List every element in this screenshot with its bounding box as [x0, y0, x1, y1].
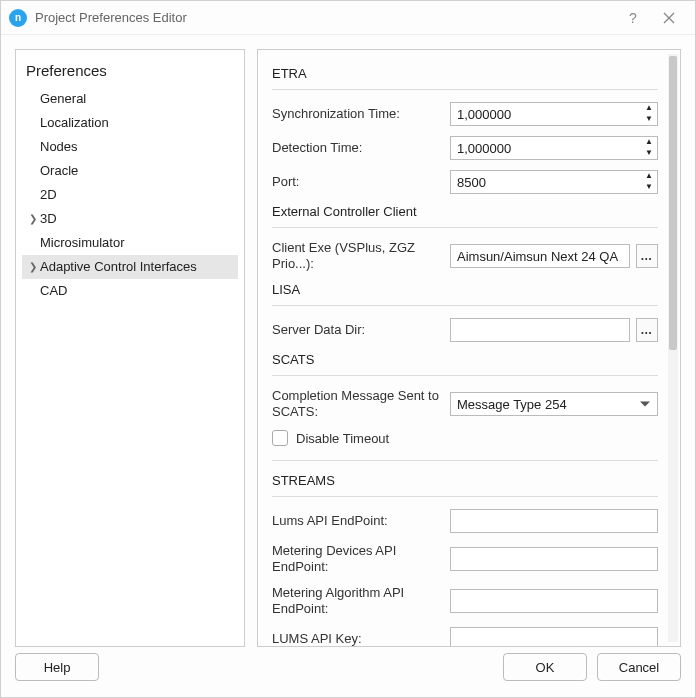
tree-item-3d[interactable]: ❯3D	[22, 207, 238, 231]
dialog-window: n Project Preferences Editor ? Preferenc…	[0, 0, 696, 698]
detect-time-input[interactable]	[450, 136, 658, 160]
browse-button[interactable]: …	[636, 244, 658, 268]
app-icon: n	[9, 9, 27, 27]
button-bar: Help OK Cancel	[1, 647, 695, 697]
scrollbar-thumb[interactable]	[669, 56, 677, 350]
content-scrollbar[interactable]	[668, 54, 678, 642]
divider	[272, 375, 658, 376]
close-icon[interactable]	[651, 4, 687, 32]
chevron-right-icon[interactable]: ❯	[26, 257, 40, 277]
disable-timeout-checkbox[interactable]	[272, 430, 288, 446]
tree-item-cad[interactable]: CAD	[22, 279, 238, 303]
completion-label: Completion Message Sent to SCATS:	[272, 388, 442, 420]
spin-down-icon[interactable]: ▼	[641, 182, 657, 193]
divider	[272, 89, 658, 90]
titlebar: n Project Preferences Editor ?	[1, 1, 695, 35]
tree-item-oracle[interactable]: Oracle	[22, 159, 238, 183]
metering-algorithm-input[interactable]	[450, 589, 658, 613]
tree-item-adaptive-control-interfaces[interactable]: ❯Adaptive Control Interfaces	[22, 255, 238, 279]
content-scroll-area: ETRA Synchronization Time: ▲▼ Detection …	[258, 50, 666, 646]
lums-key-label: LUMS API Key:	[272, 631, 442, 646]
tree-item-localization[interactable]: Localization	[22, 111, 238, 135]
client-exe-input[interactable]	[450, 244, 630, 268]
lums-api-input[interactable]	[450, 509, 658, 533]
spin-up-icon[interactable]: ▲	[641, 137, 657, 148]
server-dir-label: Server Data Dir:	[272, 322, 442, 338]
chevron-right-icon[interactable]: ❯	[26, 209, 40, 229]
dialog-body: Preferences General Localization Nodes O…	[1, 35, 695, 647]
sync-time-spinner[interactable]: ▲▼	[450, 102, 658, 126]
lums-api-label: Lums API EndPoint:	[272, 513, 442, 529]
cancel-button[interactable]: Cancel	[597, 653, 681, 681]
client-exe-label: Client Exe (VSPlus, ZGZ Prio...):	[272, 240, 442, 272]
sidebar-heading: Preferences	[22, 58, 238, 87]
preferences-tree[interactable]: General Localization Nodes Oracle 2D ❯3D…	[22, 87, 238, 638]
spin-down-icon[interactable]: ▼	[641, 114, 657, 125]
section-heading-etra: ETRA	[272, 66, 658, 81]
divider	[272, 496, 658, 497]
spin-up-icon[interactable]: ▲	[641, 103, 657, 114]
port-input[interactable]	[450, 170, 658, 194]
metering-devices-input[interactable]	[450, 547, 658, 571]
preferences-sidebar: Preferences General Localization Nodes O…	[15, 49, 245, 647]
divider	[272, 305, 658, 306]
divider	[272, 460, 658, 461]
tree-item-general[interactable]: General	[22, 87, 238, 111]
section-heading-lisa: LISA	[272, 282, 658, 297]
metering-algorithm-label: Metering Algorithm API EndPoint:	[272, 585, 442, 617]
port-label: Port:	[272, 174, 442, 190]
completion-combo[interactable]: Message Type 254	[450, 392, 658, 416]
tree-item-2d[interactable]: 2D	[22, 183, 238, 207]
sync-time-input[interactable]	[450, 102, 658, 126]
browse-button[interactable]: …	[636, 318, 658, 342]
content-panel: ETRA Synchronization Time: ▲▼ Detection …	[257, 49, 681, 647]
tree-item-nodes[interactable]: Nodes	[22, 135, 238, 159]
section-heading-ecc: External Controller Client	[272, 204, 658, 219]
spin-up-icon[interactable]: ▲	[641, 171, 657, 182]
help-button[interactable]: Help	[15, 653, 99, 681]
port-spinner[interactable]: ▲▼	[450, 170, 658, 194]
lums-key-input[interactable]	[450, 627, 658, 646]
sync-time-label: Synchronization Time:	[272, 106, 442, 122]
ok-button[interactable]: OK	[503, 653, 587, 681]
section-heading-scats: SCATS	[272, 352, 658, 367]
metering-devices-label: Metering Devices API EndPoint:	[272, 543, 442, 575]
section-heading-streams: STREAMS	[272, 473, 658, 488]
detect-time-spinner[interactable]: ▲▼	[450, 136, 658, 160]
tree-item-microsimulator[interactable]: Microsimulator	[22, 231, 238, 255]
disable-timeout-row[interactable]: Disable Timeout	[272, 430, 658, 446]
server-dir-input[interactable]	[450, 318, 630, 342]
spin-down-icon[interactable]: ▼	[641, 148, 657, 159]
divider	[272, 227, 658, 228]
help-icon[interactable]: ?	[615, 4, 651, 32]
window-title: Project Preferences Editor	[35, 10, 615, 25]
detect-time-label: Detection Time:	[272, 140, 442, 156]
disable-timeout-label: Disable Timeout	[296, 431, 389, 446]
